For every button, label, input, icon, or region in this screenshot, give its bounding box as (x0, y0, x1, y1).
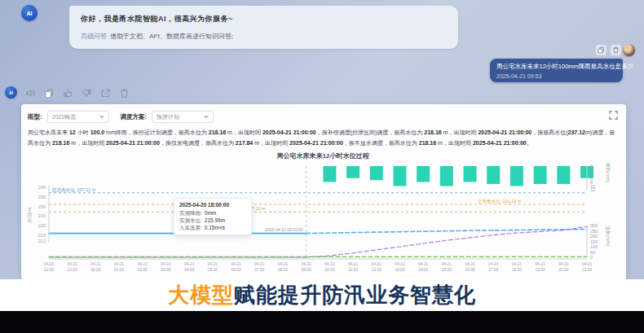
svg-text:04-21: 04-21 (278, 262, 289, 266)
svg-text:04-21: 04-21 (465, 262, 475, 266)
svg-text:06:00: 06:00 (232, 268, 241, 272)
user-avatar (623, 44, 635, 56)
svg-text:23:00: 23:00 (68, 268, 77, 272)
svg-text:300: 300 (590, 223, 598, 228)
svg-text:12: 12 (590, 187, 595, 192)
svg-text:04-21: 04-21 (114, 262, 125, 266)
svg-text:07:00: 07:00 (254, 268, 264, 272)
copy-answer-button[interactable] (43, 87, 55, 99)
svg-text:04-21: 04-21 (512, 262, 523, 266)
footer-bar (0, 311, 644, 333)
svg-text:05:00: 05:00 (208, 268, 218, 272)
svg-text:04-21: 04-21 (372, 262, 382, 266)
export-answer-button[interactable] (99, 87, 111, 99)
svg-text:12:00: 12:00 (372, 268, 382, 272)
svg-text:04-21: 04-21 (184, 262, 195, 266)
svg-text:50: 50 (590, 250, 595, 255)
fullscreen-button[interactable] (609, 111, 618, 120)
svg-text:04-21: 04-21 (208, 262, 218, 266)
svg-text:215: 215 (38, 233, 46, 238)
qa-mode-desc: 借助于文档、API、数据库表进行知识问答; (110, 33, 233, 40)
svg-text:04-21: 04-21 (418, 262, 429, 266)
svg-text:100: 100 (590, 244, 598, 249)
answer-toolbar (24, 87, 130, 99)
plan-label: 调度方案: (121, 113, 148, 121)
speaker-icon (25, 88, 36, 99)
svg-text:04:00: 04:00 (184, 268, 194, 272)
svg-text:降雨(mm): 降雨(mm) (606, 163, 611, 182)
svg-text:流量(m³/s): 流量(m³/s) (605, 226, 611, 247)
svg-text:225: 225 (38, 213, 46, 218)
copy-icon (598, 46, 605, 54)
svg-text:13:00: 13:00 (395, 268, 404, 272)
svg-text:04-21: 04-21 (395, 262, 405, 266)
user-message-time: 2025-04-21 09:53 (496, 73, 616, 79)
svg-text:250: 250 (590, 229, 598, 234)
svg-text:防洪高水位: 237.12 m: 防洪高水位: 237.12 m (52, 187, 96, 193)
svg-text:04-21: 04-21 (582, 262, 593, 266)
svg-text:09:00: 09:00 (302, 268, 311, 272)
thumbs-down-icon (82, 88, 92, 99)
svg-text:2025-04-21 09:00:00: 2025-04-21 09:00:00 (265, 227, 303, 232)
svg-text:14:00: 14:00 (418, 268, 428, 272)
user-message-bubble: 周公宅水库未来12小时100mm降雨最高水位是多少 2025-04-21 09:… (490, 59, 623, 82)
chart-svg: 防洪高水位: 237.12 m正常蓄水位: 231.13 m台汛水位: 227.… (24, 161, 620, 275)
ai-greeting-bubble: 你好，我是甬水院智能AI，很高兴为你服务~ 高级问答借助于文档、API、数据库表… (69, 6, 458, 49)
svg-text:21:00: 21:00 (582, 268, 592, 272)
svg-text:220: 220 (38, 223, 46, 228)
ai-avatar: AI (21, 5, 37, 21)
svg-text:04-20: 04-20 (68, 262, 78, 266)
svg-text:08:00: 08:00 (278, 268, 288, 272)
chevron-down-icon (204, 116, 209, 119)
svg-text:04-20: 04-20 (44, 262, 55, 266)
svg-text:04-21: 04-21 (324, 262, 335, 266)
svg-text:正常蓄水位: 231.13 m: 正常蓄水位: 231.13 m (478, 199, 522, 204)
svg-text:200: 200 (590, 234, 598, 239)
rain-type-select[interactable]: 2022梅花 (47, 111, 109, 123)
copy-icon (44, 88, 55, 99)
ai-greeting-text: 你好，我是甬水院智能AI，很高兴为你服务~ (81, 14, 447, 24)
trash-icon (119, 88, 130, 99)
svg-text:04-21: 04-21 (442, 262, 452, 266)
svg-text:15:00: 15:00 (442, 268, 452, 272)
svg-text:04-21: 04-21 (254, 262, 265, 266)
thumbs-up-button[interactable] (62, 87, 73, 99)
svg-text:11:00: 11:00 (348, 268, 358, 272)
copy-message-button[interactable] (596, 45, 607, 55)
svg-text:235: 235 (38, 195, 46, 199)
svg-text:20:00: 20:00 (558, 268, 568, 272)
plan-select[interactable]: 预泄计划 (152, 111, 214, 123)
chart-title: 周公宅水库未来12小时水位过程 (24, 151, 621, 161)
filter-bar: 雨型: 2022梅花 调度方案: 预泄计划 (28, 111, 214, 123)
forecast-summary-text: 周公宅水库未来 12 小时 100.0 mm降雨，按控运计划调度，最高水位为 2… (28, 127, 620, 148)
svg-text:04-21: 04-21 (90, 262, 101, 266)
read-aloud-button[interactable] (24, 87, 36, 99)
svg-text:10:00: 10:00 (324, 268, 334, 272)
ai-answer-avatar: AI (5, 86, 17, 99)
svg-text:00:00: 00:00 (90, 268, 100, 272)
svg-text:04-21: 04-21 (161, 262, 171, 266)
delete-message-button[interactable] (611, 45, 621, 55)
water-level-chart[interactable]: 周公宅水库未来12小时水位过程 防洪高水位: 237.12 m正常蓄水位: 23… (24, 151, 621, 277)
svg-text:212: 212 (38, 239, 46, 243)
svg-text:04-21: 04-21 (138, 262, 148, 266)
svg-text:04-21: 04-21 (302, 262, 312, 266)
export-icon (100, 88, 111, 99)
thumbs-down-button[interactable] (81, 87, 92, 99)
svg-text:02:00: 02:00 (138, 268, 148, 272)
svg-text:19:00: 19:00 (536, 268, 545, 272)
user-question-text: 周公宅水库未来12小时100mm降雨最高水位是多少 (496, 63, 616, 71)
svg-text:04-21: 04-21 (488, 262, 499, 266)
svg-text:04-21: 04-21 (231, 262, 241, 266)
chart-tooltip: 2025-04-20 18:00:00 实测降雨:0mm 实测水位:215.99… (174, 198, 252, 235)
svg-text:01:00: 01:00 (114, 268, 124, 272)
svg-text:04-21: 04-21 (535, 262, 545, 266)
slogan-banner: 大模型赋能提升防汛业务智慧化 (0, 279, 644, 311)
delete-answer-button[interactable] (118, 87, 130, 99)
svg-text:230: 230 (38, 204, 46, 209)
svg-text:22:00: 22:00 (44, 268, 54, 272)
slogan-rest: 赋能提升防汛业务智慧化 (234, 283, 476, 307)
svg-text:0: 0 (590, 255, 593, 260)
forecast-result-panel: 雨型: 2022梅花 调度方案: 预泄计划 周公宅水库未来 12 小时 100.… (21, 104, 626, 280)
svg-text:240: 240 (38, 185, 46, 190)
